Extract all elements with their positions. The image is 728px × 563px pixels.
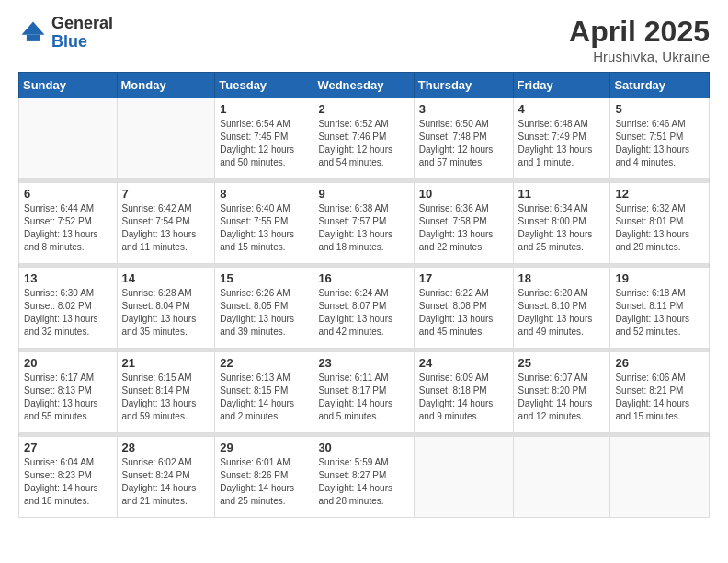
day-info: Sunrise: 6:32 AM Sunset: 8:01 PM Dayligh…	[615, 202, 704, 254]
day-number: 25	[518, 356, 606, 370]
calendar-cell: 6Sunrise: 6:44 AM Sunset: 7:52 PM Daylig…	[19, 183, 118, 264]
header: General Blue April 2025 Hrushivka, Ukrai…	[18, 15, 710, 64]
day-info: Sunrise: 6:24 AM Sunset: 8:07 PM Dayligh…	[318, 287, 408, 339]
day-info: Sunrise: 6:48 AM Sunset: 7:49 PM Dayligh…	[518, 118, 606, 169]
calendar-cell: 27Sunrise: 6:04 AM Sunset: 8:23 PM Dayli…	[19, 437, 118, 518]
day-info: Sunrise: 6:13 AM Sunset: 8:15 PM Dayligh…	[220, 372, 308, 423]
calendar-cell	[117, 98, 215, 179]
day-number: 1	[220, 102, 308, 116]
calendar-cell: 22Sunrise: 6:13 AM Sunset: 8:15 PM Dayli…	[215, 352, 313, 433]
calendar-week-row: 20Sunrise: 6:17 AM Sunset: 8:13 PM Dayli…	[19, 352, 710, 433]
day-number: 9	[318, 187, 408, 201]
calendar-week-row: 1Sunrise: 6:54 AM Sunset: 7:45 PM Daylig…	[19, 98, 710, 179]
logo: General Blue	[18, 15, 113, 52]
weekday-header: Tuesday	[215, 73, 313, 98]
day-info: Sunrise: 6:17 AM Sunset: 8:13 PM Dayligh…	[24, 372, 112, 423]
day-number: 22	[220, 356, 308, 370]
day-info: Sunrise: 6:20 AM Sunset: 8:10 PM Dayligh…	[518, 287, 606, 339]
day-number: 14	[122, 271, 210, 285]
calendar-cell: 15Sunrise: 6:26 AM Sunset: 8:05 PM Dayli…	[215, 268, 313, 349]
weekday-header: Saturday	[610, 73, 710, 98]
logo-general: General	[51, 15, 113, 33]
day-number: 27	[24, 441, 112, 454]
day-number: 29	[220, 441, 308, 454]
day-info: Sunrise: 6:54 AM Sunset: 7:45 PM Dayligh…	[220, 118, 308, 169]
day-info: Sunrise: 6:22 AM Sunset: 8:08 PM Dayligh…	[419, 287, 508, 339]
day-number: 26	[615, 356, 704, 370]
day-number: 16	[318, 271, 408, 285]
calendar-cell: 11Sunrise: 6:34 AM Sunset: 8:00 PM Dayli…	[513, 183, 610, 264]
calendar-week-row: 13Sunrise: 6:30 AM Sunset: 8:02 PM Dayli…	[19, 268, 710, 349]
weekday-header: Monday	[117, 73, 215, 98]
day-info: Sunrise: 6:36 AM Sunset: 7:58 PM Dayligh…	[419, 202, 508, 254]
day-info: Sunrise: 6:30 AM Sunset: 8:02 PM Dayligh…	[24, 287, 112, 339]
calendar-cell	[610, 437, 710, 518]
day-info: Sunrise: 6:26 AM Sunset: 8:05 PM Dayligh…	[220, 287, 308, 339]
calendar-cell: 7Sunrise: 6:42 AM Sunset: 7:54 PM Daylig…	[117, 183, 215, 264]
calendar-cell: 24Sunrise: 6:09 AM Sunset: 8:18 PM Dayli…	[414, 352, 513, 433]
svg-marker-0	[22, 21, 45, 34]
calendar-cell: 20Sunrise: 6:17 AM Sunset: 8:13 PM Dayli…	[19, 352, 118, 433]
title-block: April 2025 Hrushivka, Ukraine	[569, 15, 710, 64]
day-info: Sunrise: 6:38 AM Sunset: 7:57 PM Dayligh…	[318, 202, 408, 254]
calendar-cell	[19, 98, 118, 179]
calendar-cell: 21Sunrise: 6:15 AM Sunset: 8:14 PM Dayli…	[117, 352, 215, 433]
day-info: Sunrise: 6:46 AM Sunset: 7:51 PM Dayligh…	[615, 118, 704, 169]
logo-text: General Blue	[51, 15, 113, 52]
day-number: 13	[24, 271, 112, 285]
day-number: 24	[419, 356, 508, 370]
day-number: 20	[24, 356, 112, 370]
calendar-cell: 16Sunrise: 6:24 AM Sunset: 8:07 PM Dayli…	[313, 268, 414, 349]
calendar-week-row: 6Sunrise: 6:44 AM Sunset: 7:52 PM Daylig…	[19, 183, 710, 264]
day-number: 19	[615, 271, 704, 285]
calendar-cell: 2Sunrise: 6:52 AM Sunset: 7:46 PM Daylig…	[313, 98, 414, 179]
day-info: Sunrise: 6:52 AM Sunset: 7:46 PM Dayligh…	[318, 118, 408, 169]
day-number: 17	[419, 271, 508, 285]
calendar-cell	[513, 437, 610, 518]
day-number: 30	[318, 441, 408, 454]
calendar-cell: 12Sunrise: 6:32 AM Sunset: 8:01 PM Dayli…	[610, 183, 710, 264]
day-number: 5	[615, 102, 704, 116]
calendar-cell: 1Sunrise: 6:54 AM Sunset: 7:45 PM Daylig…	[215, 98, 313, 179]
weekday-header: Wednesday	[313, 73, 414, 98]
calendar-cell: 9Sunrise: 6:38 AM Sunset: 7:57 PM Daylig…	[313, 183, 414, 264]
day-number: 10	[419, 187, 508, 201]
day-number: 12	[615, 187, 704, 201]
calendar-cell: 29Sunrise: 6:01 AM Sunset: 8:26 PM Dayli…	[215, 437, 313, 518]
day-number: 15	[220, 271, 308, 285]
calendar-cell: 17Sunrise: 6:22 AM Sunset: 8:08 PM Dayli…	[414, 268, 513, 349]
calendar-cell: 18Sunrise: 6:20 AM Sunset: 8:10 PM Dayli…	[513, 268, 610, 349]
weekday-header: Sunday	[19, 73, 118, 98]
day-number: 21	[122, 356, 210, 370]
day-number: 7	[122, 187, 210, 201]
calendar-cell: 30Sunrise: 5:59 AM Sunset: 8:27 PM Dayli…	[313, 437, 414, 518]
calendar-cell: 13Sunrise: 6:30 AM Sunset: 8:02 PM Dayli…	[19, 268, 118, 349]
day-info: Sunrise: 6:01 AM Sunset: 8:26 PM Dayligh…	[220, 456, 308, 508]
day-number: 28	[122, 441, 210, 454]
calendar-cell: 14Sunrise: 6:28 AM Sunset: 8:04 PM Dayli…	[117, 268, 215, 349]
calendar-cell: 4Sunrise: 6:48 AM Sunset: 7:49 PM Daylig…	[513, 98, 610, 179]
day-info: Sunrise: 6:02 AM Sunset: 8:24 PM Dayligh…	[122, 456, 210, 508]
day-info: Sunrise: 6:04 AM Sunset: 8:23 PM Dayligh…	[24, 456, 112, 508]
day-number: 8	[220, 187, 308, 201]
day-info: Sunrise: 6:50 AM Sunset: 7:48 PM Dayligh…	[419, 118, 508, 169]
calendar-cell: 10Sunrise: 6:36 AM Sunset: 7:58 PM Dayli…	[414, 183, 513, 264]
calendar-table: SundayMondayTuesdayWednesdayThursdayFrid…	[18, 72, 710, 518]
day-info: Sunrise: 6:15 AM Sunset: 8:14 PM Dayligh…	[122, 372, 210, 423]
day-number: 2	[318, 102, 408, 116]
day-info: Sunrise: 6:11 AM Sunset: 8:17 PM Dayligh…	[318, 372, 408, 423]
day-number: 18	[518, 271, 606, 285]
day-number: 4	[518, 102, 606, 116]
day-info: Sunrise: 6:34 AM Sunset: 8:00 PM Dayligh…	[518, 202, 606, 254]
calendar-cell: 28Sunrise: 6:02 AM Sunset: 8:24 PM Dayli…	[117, 437, 215, 518]
day-info: Sunrise: 6:07 AM Sunset: 8:20 PM Dayligh…	[518, 372, 606, 423]
day-info: Sunrise: 5:59 AM Sunset: 8:27 PM Dayligh…	[318, 456, 408, 508]
calendar-cell: 8Sunrise: 6:40 AM Sunset: 7:55 PM Daylig…	[215, 183, 313, 264]
day-info: Sunrise: 6:18 AM Sunset: 8:11 PM Dayligh…	[615, 287, 704, 339]
calendar-week-row: 27Sunrise: 6:04 AM Sunset: 8:23 PM Dayli…	[19, 437, 710, 518]
day-info: Sunrise: 6:09 AM Sunset: 8:18 PM Dayligh…	[419, 372, 508, 423]
day-info: Sunrise: 6:44 AM Sunset: 7:52 PM Dayligh…	[24, 202, 112, 254]
day-info: Sunrise: 6:06 AM Sunset: 8:21 PM Dayligh…	[615, 372, 704, 423]
title-month: April 2025	[569, 15, 710, 49]
day-info: Sunrise: 6:40 AM Sunset: 7:55 PM Dayligh…	[220, 202, 308, 254]
